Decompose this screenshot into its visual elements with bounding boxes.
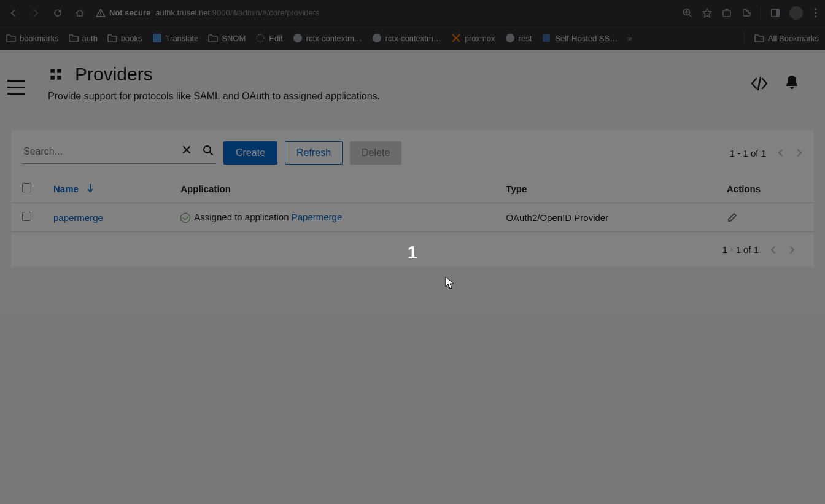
loading-overlay: 1 — [0, 0, 825, 504]
cursor-icon — [445, 276, 455, 290]
overlay-number: 1 — [408, 242, 418, 263]
